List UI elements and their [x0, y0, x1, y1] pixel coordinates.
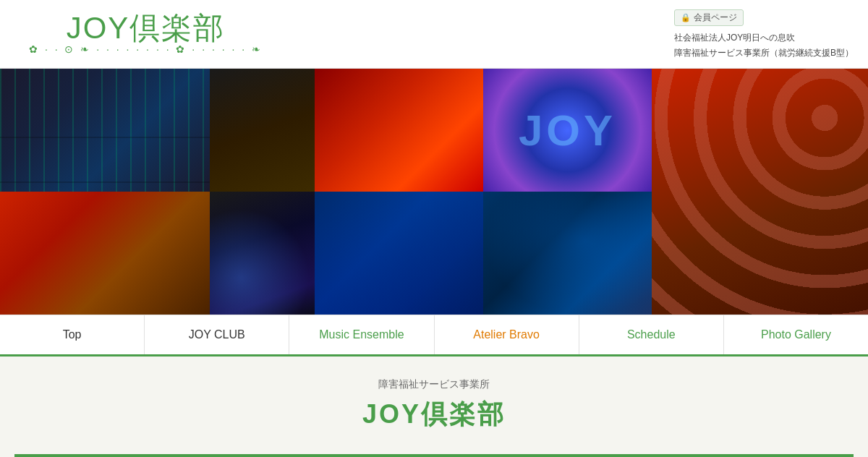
- hero-photo-8: [315, 192, 483, 315]
- nav-item-joy-club[interactable]: JOY CLUB: [145, 315, 289, 354]
- content-title: JOY倶楽部: [14, 397, 854, 432]
- nav-item-top[interactable]: Top: [0, 315, 145, 354]
- hero-grid: [0, 69, 868, 315]
- hero-photo-2: [210, 69, 315, 192]
- header-right: 🔒 会員ページ 社会福祉法人JOY明日への息吹 障害福祉サービス事業所（就労継続…: [674, 9, 854, 59]
- content-subtitle: 障害福祉サービス事業所: [14, 378, 854, 391]
- bottom-bar: [14, 454, 854, 457]
- member-badge-label: 会員ページ: [694, 12, 737, 24]
- hero-photo-4: [483, 69, 652, 192]
- header-link-1[interactable]: 社会福祉法人JOY明日への息吹: [674, 32, 795, 44]
- site-header: JOY倶楽部 ✿ · · ⊙ ❧ · · · · · · · · ✿ · · ·…: [0, 0, 868, 69]
- hero-photo-1: [0, 69, 210, 192]
- member-badge[interactable]: 🔒 会員ページ: [674, 9, 744, 26]
- main-content: 障害福祉サービス事業所 JOY倶楽部: [0, 356, 868, 457]
- hero-photo-5: [652, 69, 868, 315]
- logo-decorations: ✿ · · ⊙ ❧ · · · · · · · · ✿ · · · · · · …: [29, 43, 263, 55]
- hero-photo-7: [210, 192, 315, 315]
- logo-text: JOY倶楽部: [67, 13, 226, 43]
- header-link-2[interactable]: 障害福祉サービス事業所（就労継続支援B型）: [674, 47, 854, 59]
- nav-item-photo-gallery[interactable]: Photo Gallery: [724, 315, 868, 354]
- hero-photo-3: [315, 69, 483, 192]
- lock-icon: 🔒: [681, 13, 691, 22]
- nav-item-music-ensemble[interactable]: Music Ensemble: [289, 315, 434, 354]
- logo-area: JOY倶楽部 ✿ · · ⊙ ❧ · · · · · · · · ✿ · · ·…: [29, 13, 263, 55]
- hero-photo-6: [0, 192, 210, 315]
- nav-item-schedule[interactable]: Schedule: [579, 315, 724, 354]
- main-nav: Top JOY CLUB Music Ensemble Atelier Brav…: [0, 315, 868, 356]
- nav-item-atelier-bravo[interactable]: Atelier Bravo: [435, 315, 579, 354]
- hero-photo-9: [483, 192, 652, 315]
